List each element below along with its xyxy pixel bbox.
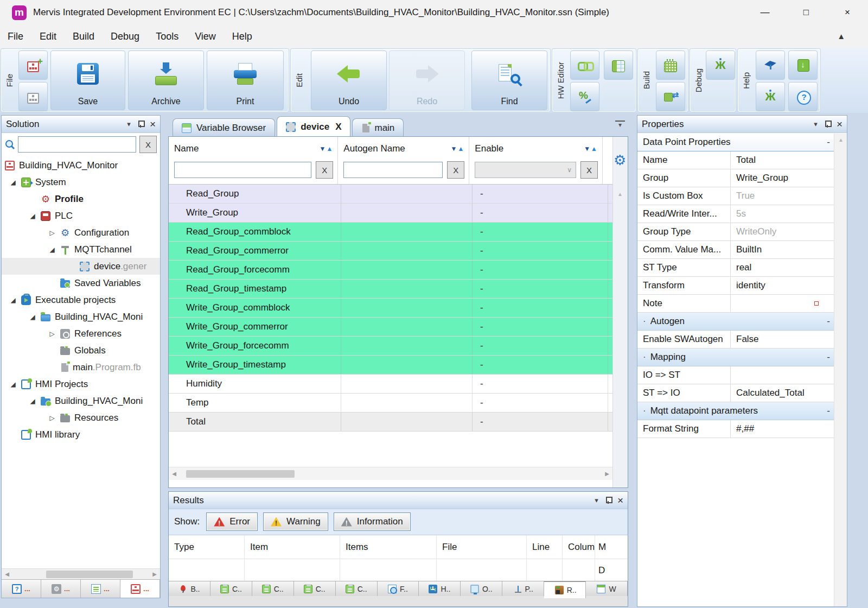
variable-autogen-cell[interactable] [341, 280, 473, 298]
grid-horizontal-scrollbar[interactable]: ◀ ▶ [169, 467, 612, 480]
editor-tab[interactable]: device X [277, 116, 350, 137]
menu-item[interactable]: Tools [156, 31, 178, 42]
variable-autogen-cell[interactable] [341, 242, 473, 260]
dock-tab[interactable]: ... [41, 580, 81, 598]
property-row[interactable]: Mapping - [637, 349, 834, 366]
property-row[interactable]: ST => IO Calculated_Total [637, 384, 834, 402]
results-filter-button[interactable]: Error [206, 512, 258, 531]
variable-enable-cell[interactable]: - [473, 223, 608, 241]
grid-settings-gear-icon[interactable]: ⚙ [614, 152, 626, 169]
scrollbar-thumb[interactable] [46, 571, 133, 578]
tree-item[interactable]: System [2, 174, 160, 191]
menu-item[interactable]: File [8, 31, 23, 42]
autogen-filter-input[interactable] [343, 162, 443, 178]
variable-enable-cell[interactable]: - [473, 318, 608, 336]
variable-name-cell[interactable]: Read_Group_commblock [169, 223, 341, 241]
variable-enable-cell[interactable]: - [473, 375, 608, 393]
expander-icon[interactable] [44, 330, 60, 338]
variable-autogen-cell[interactable] [341, 356, 473, 374]
variable-autogen-cell[interactable] [341, 204, 473, 222]
open-solution-button[interactable] [18, 82, 48, 111]
property-value[interactable]: BuiltIn [731, 244, 823, 255]
property-row[interactable]: IO => ST [637, 366, 834, 384]
scroll-up-icon[interactable]: ▲ [617, 191, 623, 197]
variable-enable-cell[interactable]: - [473, 413, 608, 431]
editor-tab[interactable]: Variable Browser [173, 118, 275, 137]
results-menu-icon[interactable]: ▾ [595, 496, 598, 504]
property-value[interactable]: True [731, 191, 823, 201]
variable-enable-cell[interactable]: - [473, 204, 608, 222]
variable-row[interactable]: Write_Group_forcecomm - [169, 337, 612, 356]
properties-pin-icon[interactable] [824, 120, 830, 128]
variable-enable-cell[interactable]: - [473, 337, 608, 355]
enable-filter-dropdown[interactable]: ∨ [475, 162, 576, 178]
variable-autogen-cell[interactable] [341, 185, 473, 203]
section-collapse-icon[interactable]: - [823, 316, 834, 327]
print-button[interactable]: Print [207, 50, 284, 110]
expander-icon[interactable] [44, 246, 60, 254]
solution-menu-icon[interactable]: ▾ [127, 120, 131, 128]
property-value[interactable]: Write_Group [731, 173, 823, 183]
property-row[interactable]: Group Write_Group [637, 169, 834, 187]
variable-autogen-cell[interactable] [341, 394, 473, 412]
output-tab[interactable]: F.. [378, 581, 419, 596]
help-bug-button[interactable] [756, 82, 785, 111]
tree-item[interactable]: MQTTchannel [2, 241, 160, 258]
menu-item[interactable]: View [195, 31, 216, 42]
variable-name-cell[interactable]: Write_Group_timestamp [169, 356, 341, 374]
variable-row[interactable]: Read_Group_commblock - [169, 223, 612, 242]
help-package-button[interactable] [788, 50, 818, 80]
tree-item[interactable]: Saved Variables [2, 275, 160, 292]
variable-autogen-cell[interactable] [341, 261, 473, 279]
tab-close-icon[interactable]: X [335, 122, 341, 132]
solution-search-clear-button[interactable]: X [139, 136, 157, 153]
ribbon-collapse-icon[interactable]: ▲ [837, 31, 845, 41]
archive-button[interactable]: Archive [128, 50, 204, 110]
grid-vertical-scrollbar[interactable]: ⚙ ▲ [612, 137, 628, 487]
output-tab[interactable]: C.. [210, 581, 252, 596]
solution-pin-icon[interactable] [137, 120, 143, 128]
results-column-header[interactable]: M [595, 535, 614, 559]
property-row[interactable]: Read/Write Inter... 5s [637, 205, 834, 223]
results-column-header[interactable]: Items [340, 535, 437, 559]
property-row[interactable]: Comm. Value Ma... BuiltIn [637, 241, 834, 259]
variable-autogen-cell[interactable] [341, 223, 473, 241]
property-row[interactable]: Note [637, 295, 834, 313]
property-row[interactable]: Mqtt datapoint parameters - [637, 402, 834, 420]
variable-row[interactable]: Temp - [169, 394, 612, 413]
close-button[interactable]: × [827, 0, 868, 25]
results-filter-button[interactable]: Warning [263, 512, 328, 531]
menu-item[interactable]: Help [232, 31, 252, 42]
expander-icon[interactable] [24, 397, 41, 405]
output-tab[interactable]: H.. [419, 581, 461, 596]
scroll-right-icon[interactable]: ▶ [149, 571, 160, 577]
output-tab[interactable]: O.. [461, 581, 502, 596]
expander-icon[interactable] [44, 414, 60, 422]
scroll-up-icon[interactable]: ▲ [838, 137, 844, 143]
property-row[interactable]: Autogen - [637, 313, 834, 331]
hw-table-button[interactable] [604, 50, 633, 80]
tree-item[interactable]: Resources [2, 409, 160, 426]
help-learn-button[interactable] [756, 50, 785, 80]
debug-button[interactable] [706, 50, 735, 80]
properties-scrollbar[interactable]: ▲ [834, 134, 847, 606]
property-value[interactable]: identity [731, 280, 823, 291]
dock-tab[interactable]: ... [81, 580, 120, 598]
variable-autogen-cell[interactable] [341, 413, 473, 431]
property-row[interactable]: Is Custom Box True [637, 187, 834, 205]
variable-enable-cell[interactable]: - [473, 356, 608, 374]
variable-row[interactable]: Write_Group_commblock - [169, 299, 612, 318]
variable-name-cell[interactable]: Read_Group_forcecomm [169, 261, 341, 279]
dock-tab[interactable]: ... [2, 580, 41, 598]
section-collapse-icon[interactable]: - [823, 352, 834, 363]
find-button[interactable]: Find [471, 50, 547, 110]
output-tab[interactable]: B.. [169, 581, 210, 596]
rebuild-button[interactable] [656, 82, 685, 111]
tree-item[interactable]: main .Program.fb [2, 359, 160, 376]
redo-button[interactable]: Redo [389, 50, 465, 110]
property-value[interactable]: real [731, 262, 823, 273]
new-solution-button[interactable] [18, 50, 48, 80]
results-column-header[interactable]: Colum [563, 535, 595, 559]
expander-icon[interactable] [24, 313, 41, 321]
variable-enable-cell[interactable]: - [473, 261, 608, 279]
